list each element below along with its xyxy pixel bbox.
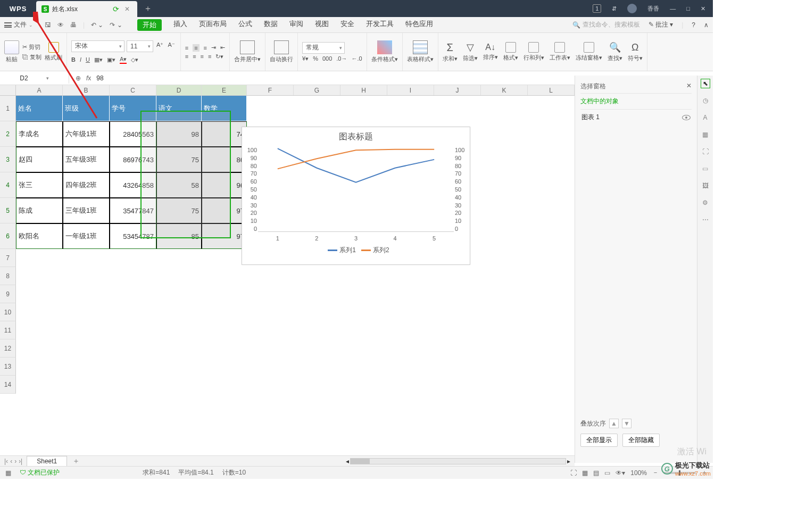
sort-button[interactable]: A↓排序▾ xyxy=(483,43,498,61)
select-tool-icon[interactable]: ⬉ xyxy=(701,79,710,88)
wrap-button[interactable]: 自动换行 xyxy=(270,40,293,63)
align-bottom-icon[interactable]: ≡ xyxy=(204,45,207,51)
row-header[interactable]: 5 xyxy=(0,198,16,223)
justify-icon[interactable]: ≡ xyxy=(208,53,211,60)
col-header[interactable]: G xyxy=(294,85,340,95)
currency-icon[interactable]: ¥▾ xyxy=(302,55,309,62)
tab-data[interactable]: 数据 xyxy=(264,19,278,31)
row-header[interactable]: 12 xyxy=(0,339,16,358)
symbol-button[interactable]: Ω符号▾ xyxy=(628,42,643,62)
fullscreen-icon[interactable]: ⛶ xyxy=(570,469,577,477)
document-tab[interactable]: S 姓名.xlsx ⟳ ✕ xyxy=(36,1,137,17)
table-icon[interactable]: ▦ xyxy=(701,130,710,139)
show-all-button[interactable]: 全部显示 xyxy=(580,434,618,447)
row-header[interactable]: 14 xyxy=(0,376,16,394)
maximize-icon[interactable]: □ xyxy=(686,5,690,12)
table-header[interactable]: 姓名 xyxy=(16,96,63,121)
formula-value[interactable]: 98 xyxy=(96,74,103,82)
doc-icon[interactable]: ▦ xyxy=(5,469,11,477)
next-sheet-icon[interactable]: › xyxy=(14,458,16,465)
spreadsheet-grid[interactable]: ABCDEFGHIJKL 1234567891011121314 姓名班级学号语… xyxy=(0,85,575,463)
window-badge[interactable]: 1 xyxy=(593,4,601,13)
col-header[interactable]: K xyxy=(481,85,528,95)
table-cell[interactable]: 43264858 xyxy=(110,172,156,198)
copy-button[interactable]: ⿻ 复制 xyxy=(22,53,41,61)
minimize-icon[interactable]: — xyxy=(670,5,676,12)
visibility-toggle-icon[interactable] xyxy=(682,115,691,120)
fill-color-button[interactable]: ▣▾ xyxy=(107,56,115,63)
row-header[interactable]: 8 xyxy=(0,267,16,285)
eye-icon[interactable]: 👁▾ xyxy=(616,469,625,477)
col-header[interactable]: H xyxy=(340,85,387,95)
table-header[interactable]: 班级 xyxy=(63,96,110,121)
col-header[interactable]: J xyxy=(434,85,481,95)
row-header[interactable]: 6 xyxy=(0,223,16,249)
horizontal-scrollbar[interactable]: ◂▸ xyxy=(346,458,575,465)
table-cell[interactable]: 五年级3班 xyxy=(63,147,110,172)
save-icon[interactable]: 🖫 xyxy=(45,21,51,29)
tab-devtools[interactable]: 开发工具 xyxy=(366,19,394,31)
select-all-corner[interactable] xyxy=(0,85,16,96)
format-painter-button[interactable]: 格式刷 xyxy=(45,42,62,62)
table-cell[interactable]: 赵四 xyxy=(16,147,63,172)
decrease-indent-icon[interactable]: ⇤ xyxy=(220,44,225,51)
zoom-indicator-icon[interactable]: ⊕ xyxy=(76,74,81,82)
format-button[interactable]: 格式▾ xyxy=(503,42,518,62)
settings-icon[interactable]: ⚙ xyxy=(701,198,710,207)
rowcol-button[interactable]: 行和列▾ xyxy=(523,42,544,62)
bold-button[interactable]: B xyxy=(71,56,76,63)
comment-button[interactable]: ✎ 批注 ▾ xyxy=(649,20,674,29)
prev-sheet-icon[interactable]: ‹ xyxy=(10,458,12,465)
percent-icon[interactable]: % xyxy=(313,55,318,62)
screenshot-icon[interactable]: ⛶ xyxy=(701,147,710,156)
tab-insert[interactable]: 插入 xyxy=(173,19,187,31)
table-cell[interactable]: 96 xyxy=(202,172,247,198)
add-sheet-button[interactable]: ＋ xyxy=(67,456,85,466)
table-cell[interactable]: 75 xyxy=(156,147,202,172)
sheet-tab[interactable]: Sheet1 xyxy=(27,456,67,466)
table-cell[interactable]: 86 xyxy=(202,147,247,172)
table-header[interactable]: 数学 xyxy=(202,96,247,121)
chart-object[interactable]: 图表标题 1009080706050403020100 100908070605… xyxy=(242,127,470,265)
zoom-value[interactable]: 100% xyxy=(630,469,647,477)
col-header[interactable]: D xyxy=(156,85,202,95)
inc-decimal-icon[interactable]: .0→ xyxy=(336,55,347,62)
col-header[interactable]: E xyxy=(202,85,247,95)
row-header[interactable]: 10 xyxy=(0,303,16,321)
command-search[interactable]: 🔍 查找命令、搜索模板 xyxy=(572,20,640,29)
worksheet-button[interactable]: 工作表▾ xyxy=(550,42,570,62)
redo-icon[interactable]: ↷ ⌄ xyxy=(110,21,122,29)
new-tab-button[interactable]: ＋ xyxy=(137,3,159,14)
freeze-button[interactable]: 冻结窗格▾ xyxy=(576,42,602,62)
table-cell[interactable]: 35477847 xyxy=(110,198,156,223)
align-left-icon[interactable]: ≡ xyxy=(185,53,188,60)
tab-security[interactable]: 安全 xyxy=(340,19,354,31)
cond-format-button[interactable]: 条件格式▾ xyxy=(371,40,398,63)
sum-button[interactable]: Σ求和▾ xyxy=(443,41,458,63)
bring-forward-button[interactable]: ▲ xyxy=(609,419,619,428)
table-cell[interactable]: 张三 xyxy=(16,172,63,198)
first-sheet-icon[interactable]: |‹ xyxy=(4,458,8,465)
table-cell[interactable]: 97 xyxy=(202,198,247,223)
row-header[interactable]: 9 xyxy=(0,285,16,303)
col-header[interactable]: F xyxy=(247,85,294,95)
help-icon[interactable]: ? xyxy=(692,21,695,29)
sync-icon[interactable]: ⟳ xyxy=(113,5,119,13)
font-size-select[interactable]: 11 xyxy=(127,40,153,52)
comma-icon[interactable]: 000 xyxy=(322,55,332,62)
cut-button[interactable]: ✂ 剪切 xyxy=(22,43,41,51)
align-middle-icon[interactable]: ≡ xyxy=(193,44,199,52)
increase-font-icon[interactable]: A⁺ xyxy=(155,40,164,52)
image-icon[interactable]: 🖼 xyxy=(701,181,710,190)
print-icon[interactable]: 🖶 xyxy=(70,21,77,29)
row-header[interactable]: 2 xyxy=(0,121,16,147)
table-style-button[interactable]: 表格样式▾ xyxy=(407,40,434,63)
table-header[interactable]: 语文 xyxy=(156,96,202,121)
align-center-icon[interactable]: ≡ xyxy=(193,53,196,60)
table-cell[interactable]: 75 xyxy=(156,198,202,223)
row-header[interactable]: 7 xyxy=(0,249,16,267)
dec-decimal-icon[interactable]: ←.0 xyxy=(351,55,362,62)
undo-icon[interactable]: ↶ ⌄ xyxy=(91,21,103,29)
increase-indent-icon[interactable]: ⇥ xyxy=(211,44,216,51)
object-list-item[interactable]: 图表 1 xyxy=(580,110,692,125)
